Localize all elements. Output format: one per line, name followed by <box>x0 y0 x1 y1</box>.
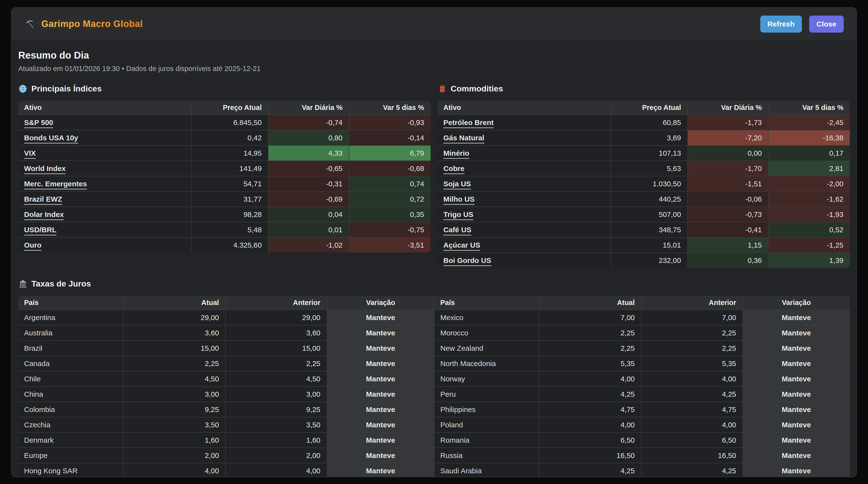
column-header: Var 5 dias % <box>768 101 850 115</box>
current-rate-cell: 29,00 <box>123 310 225 325</box>
table-row: Merc. Emergentes54,71-0,310,74 <box>18 176 431 191</box>
asset-link[interactable]: Petróleo Brent <box>443 118 494 126</box>
change-cell: Manteve <box>327 340 434 356</box>
asset-link[interactable]: Boi Gordo US <box>443 256 491 264</box>
var-5d-cell: 1,39 <box>768 252 850 268</box>
change-cell: Manteve <box>743 340 850 356</box>
table-row: VIX14,954,336,79 <box>18 145 431 160</box>
table-row: Hong Kong SAR4,004,00ManteveSaudi Arabia… <box>18 463 850 477</box>
previous-rate-cell: 2,25 <box>225 356 327 371</box>
price-cell: 4.325,60 <box>191 237 268 252</box>
table-row: USD/BRL5,480,01-0,75 <box>18 222 431 237</box>
change-cell: Manteve <box>327 448 434 463</box>
change-cell: Manteve <box>327 417 434 432</box>
country-cell: Denmark <box>18 432 123 448</box>
asset-link[interactable]: Gás Natural <box>443 134 484 142</box>
column-header: Preço Atual <box>191 101 268 115</box>
country-cell: Poland <box>434 417 539 432</box>
var-5d-cell: -16,38 <box>768 130 850 145</box>
column-header: Var Diária % <box>687 101 768 115</box>
asset-link[interactable]: Trigo US <box>443 210 473 218</box>
country-cell: Colombia <box>18 401 123 417</box>
var-daily-cell: 0,80 <box>268 130 349 145</box>
app-window: Garimpo Macro Global Refresh Close Resum… <box>11 7 857 477</box>
asset-cell: Gás Natural <box>438 130 611 145</box>
refresh-button[interactable]: Refresh <box>760 16 802 33</box>
column-header: Atual <box>123 296 225 310</box>
current-rate-cell: 4,00 <box>539 371 641 386</box>
country-cell: Romania <box>434 432 539 448</box>
price-cell: 15,01 <box>611 237 687 252</box>
var-daily-cell: -7,20 <box>687 130 768 145</box>
table-row: Canada2,252,25ManteveNorth Macedonia5,35… <box>18 356 850 371</box>
price-cell: 5,48 <box>191 222 268 237</box>
table-row: Boi Gordo US232,000,361,39 <box>438 252 850 268</box>
change-cell: Manteve <box>743 401 850 417</box>
column-header: Ativo <box>18 101 191 115</box>
table-row: Ouro4.325,60-1,02-3,51 <box>18 237 431 252</box>
asset-link[interactable]: Dolar Index <box>24 210 64 218</box>
table-row: Bonds USA 10y0,420,80-0,14 <box>18 130 431 145</box>
asset-cell: Milho US <box>438 191 611 207</box>
current-rate-cell: 4,00 <box>123 463 225 477</box>
rates-section-header: Taxas de Juros <box>18 279 850 289</box>
country-cell: Hong Kong SAR <box>18 463 123 477</box>
asset-link[interactable]: Açúcar US <box>443 241 480 249</box>
asset-cell: Minério <box>438 145 611 160</box>
var-5d-cell: 0,35 <box>349 207 431 222</box>
close-button[interactable]: Close <box>809 16 844 33</box>
var-daily-cell: -0,65 <box>268 160 349 176</box>
current-rate-cell: 2,25 <box>539 340 641 356</box>
header-row: AtivoPreço AtualVar Diária %Var 5 dias % <box>438 101 850 115</box>
current-rate-cell: 7,00 <box>539 310 641 325</box>
asset-link[interactable]: VIX <box>24 149 36 157</box>
var-daily-cell: -0,73 <box>687 207 768 222</box>
summary-title: Resumo do Dia <box>18 50 850 61</box>
asset-link[interactable]: Soja US <box>443 180 471 188</box>
table-row: Açúcar US15,011,15-1,25 <box>438 237 850 252</box>
asset-link[interactable]: Brazil EWZ <box>24 195 62 203</box>
previous-rate-cell: 4,00 <box>641 371 743 386</box>
asset-link[interactable]: USD/BRL <box>24 226 56 234</box>
asset-link[interactable]: Ouro <box>24 241 41 249</box>
asset-link[interactable]: Minério <box>443 149 469 157</box>
change-cell: Manteve <box>743 386 850 401</box>
table-row: Europe2,002,00ManteveRussia16,5016,50Man… <box>18 448 850 463</box>
previous-rate-cell: 4,75 <box>641 401 743 417</box>
var-5d-cell: -0,14 <box>349 130 431 145</box>
current-rate-cell: 4,00 <box>539 417 641 432</box>
app-header: Garimpo Macro Global Refresh Close <box>12 8 856 41</box>
var-5d-cell: -0,68 <box>349 160 431 176</box>
var-5d-cell: 0,74 <box>349 176 431 191</box>
change-cell: Manteve <box>327 325 434 340</box>
change-cell: Manteve <box>327 371 434 386</box>
asset-link[interactable]: Bonds USA 10y <box>24 134 78 142</box>
var-daily-cell: 0,00 <box>687 145 768 160</box>
country-cell: Canada <box>18 356 123 371</box>
table-row: Dolar Index98,280,040,35 <box>18 207 431 222</box>
previous-rate-cell: 7,00 <box>641 310 743 325</box>
var-5d-cell: -1,62 <box>768 191 850 207</box>
asset-link[interactable]: Merc. Emergentes <box>24 180 87 188</box>
asset-link[interactable]: Cobre <box>443 164 465 173</box>
previous-rate-cell: 1,60 <box>225 432 327 448</box>
var-daily-cell: 4,33 <box>268 145 349 160</box>
asset-cell: Café US <box>438 222 611 237</box>
commodities-section-title: Commodities <box>451 84 503 93</box>
asset-link[interactable]: World Index <box>24 164 66 173</box>
table-row: Colombia9,259,25MantevePhilippines4,754,… <box>18 401 850 417</box>
current-rate-cell: 4,75 <box>539 401 641 417</box>
var-5d-cell: -2,45 <box>768 115 850 130</box>
page-title: Garimpo Macro Global <box>41 19 143 29</box>
asset-link[interactable]: Milho US <box>443 195 475 203</box>
var-daily-cell: -1,73 <box>687 115 768 130</box>
asset-link[interactable]: S&P 500 <box>24 118 53 126</box>
country-cell: Europe <box>18 448 123 463</box>
asset-link[interactable]: Café US <box>443 226 471 234</box>
rates-table: PaísAtualAnteriorVariaçãoPaísAtualAnteri… <box>18 296 850 477</box>
current-rate-cell: 4,25 <box>539 386 641 401</box>
var-daily-cell: -0,41 <box>687 222 768 237</box>
table-row: Argentina29,0029,00ManteveMexico7,007,00… <box>18 310 850 325</box>
column-header: Anterior <box>641 296 743 310</box>
table-row: Café US348,75-0,410,52 <box>438 222 850 237</box>
